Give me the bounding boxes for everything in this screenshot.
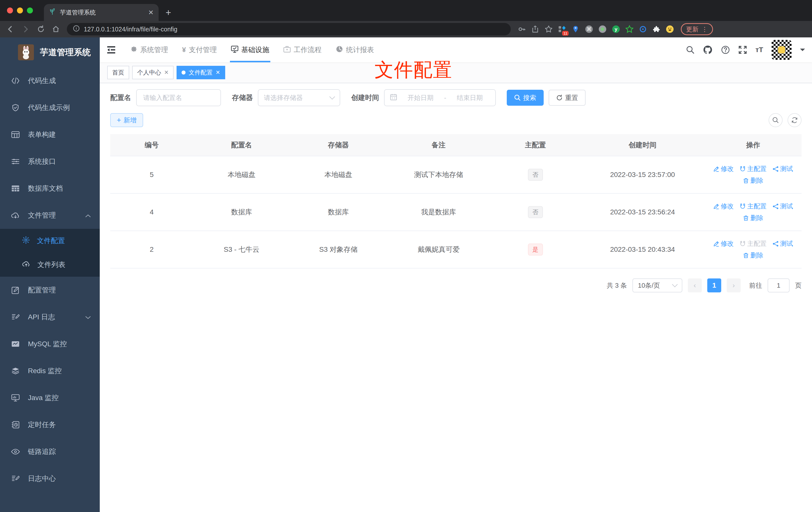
chrome-menu-icon[interactable]: ⋮ — [701, 26, 708, 33]
sidebar-item-mysql-monitor[interactable]: MySQL 监控 — [0, 331, 100, 357]
chrome-update-button[interactable]: 更新 ⋮ — [681, 23, 713, 35]
next-page-button[interactable]: › — [727, 278, 741, 292]
sidebar-item-file-config[interactable]: 文件配置 — [0, 229, 100, 253]
delete-link[interactable]: 删除 — [743, 176, 763, 185]
tag-close-icon[interactable]: ✕ — [215, 69, 220, 76]
ext-grid-diamond-icon[interactable]: 11 — [558, 25, 566, 33]
sidebar-item-java-monitor[interactable]: Java 监控 — [0, 384, 100, 411]
forward-icon[interactable] — [22, 25, 30, 33]
sidebar-item-api-log[interactable]: API 日志 — [0, 304, 100, 331]
test-link[interactable]: 测试 — [773, 239, 793, 248]
password-key-icon[interactable] — [518, 25, 526, 33]
ext-eye-icon[interactable] — [639, 25, 647, 33]
nav-item-pay[interactable]: ¥ 支付管理 — [175, 37, 224, 62]
bookmark-star-icon[interactable] — [545, 25, 553, 33]
user-avatar[interactable] — [772, 40, 791, 60]
site-info-icon[interactable] — [73, 25, 80, 34]
header-search-icon[interactable] — [686, 46, 695, 54]
sidebar-item-tracing[interactable]: 链路追踪 — [0, 438, 100, 465]
delete-link[interactable]: 删除 — [743, 214, 763, 222]
ext-star-green-icon[interactable] — [626, 25, 633, 33]
window-controls[interactable] — [7, 7, 33, 13]
test-link[interactable]: 测试 — [773, 164, 793, 173]
tag-home[interactable]: 首页 — [107, 66, 129, 79]
sidebar-item-file-list[interactable]: 文件列表 — [0, 253, 100, 277]
add-button[interactable]: + 新增 — [110, 113, 143, 127]
ext-badge: 11 — [562, 31, 569, 36]
edit-link[interactable]: 修改 — [713, 239, 734, 248]
nav-item-workflow[interactable]: 工作流程 — [276, 37, 329, 62]
col-master: 主配置 — [491, 134, 580, 156]
sidebar-item-label: 文件配置 — [37, 236, 65, 245]
create-time-label: 创建时间 — [351, 93, 379, 102]
sidebar-item-file-manage[interactable]: 文件管理 — [0, 202, 100, 229]
goto-page-input[interactable] — [767, 278, 789, 292]
sidebar-item-code-gen[interactable]: 代码生成 — [0, 67, 100, 94]
help-icon[interactable] — [721, 46, 730, 54]
test-link[interactable]: 测试 — [773, 202, 793, 211]
sidebar-item-cron-job[interactable]: 定时任务 — [0, 411, 100, 438]
sidebar-item-db-doc[interactable]: 数据库文档 — [0, 175, 100, 202]
config-name-input[interactable] — [142, 93, 215, 102]
font-size-icon[interactable]: ᴛT — [755, 46, 763, 54]
new-tab-button[interactable]: + — [166, 7, 171, 18]
tags-view-bar: 首页 个人中心 ✕ 文件配置 ✕ — [100, 62, 812, 83]
tag-profile[interactable]: 个人中心 ✕ — [132, 66, 174, 79]
sidebar-item-config-manage[interactable]: 配置管理 — [0, 277, 100, 304]
url-bar[interactable]: 127.0.0.1:1024/infra/file/file-config — [67, 23, 511, 35]
user-menu-caret-icon[interactable] — [800, 49, 805, 54]
sidebar-item-label: 数据库文档 — [28, 184, 63, 193]
home-icon[interactable] — [52, 25, 60, 33]
page-size-select[interactable]: 10条/页 — [633, 278, 682, 292]
end-date-placeholder[interactable]: 结束日期 — [450, 93, 490, 102]
github-icon[interactable] — [703, 45, 713, 55]
master-config-link[interactable]: 主配置 — [740, 202, 766, 211]
fullscreen-icon[interactable] — [738, 46, 747, 54]
minimize-window-button[interactable] — [17, 7, 23, 13]
tag-close-icon[interactable]: ✕ — [164, 69, 169, 76]
ext-pin-icon[interactable] — [572, 25, 580, 33]
refresh-table-button[interactable] — [788, 113, 802, 127]
page-number-1[interactable]: 1 — [707, 278, 721, 292]
master-config-link[interactable]: 主配置 — [740, 164, 766, 173]
date-range-picker[interactable]: 开始日期 - 结束日期 — [384, 89, 496, 106]
sidebar-logo-row[interactable]: 芋道管理系统 — [0, 37, 100, 67]
sidebar-item-log-center[interactable]: 日志中心 — [0, 465, 100, 492]
url-text[interactable]: 127.0.0.1:1024/infra/file/file-config — [84, 26, 177, 33]
ext-y-icon[interactable]: y — [612, 25, 620, 33]
back-icon[interactable] — [6, 25, 14, 33]
tab-close-icon[interactable]: ✕ — [148, 9, 154, 17]
delete-link[interactable]: 删除 — [743, 251, 763, 260]
nav-item-report[interactable]: 统计报表 — [329, 37, 381, 62]
pagination-total: 共 3 条 — [607, 281, 627, 290]
reload-icon[interactable] — [37, 25, 45, 33]
ext-smiley-icon[interactable] — [666, 25, 674, 33]
close-window-button[interactable] — [7, 7, 13, 13]
range-separator: - — [444, 94, 446, 102]
nav-item-infra[interactable]: 基础设施 — [224, 37, 276, 62]
ext-puzzle-icon[interactable] — [652, 25, 660, 33]
ext-command-icon[interactable]: ⌘ — [585, 25, 593, 33]
edit-link[interactable]: 修改 — [713, 164, 734, 173]
search-button[interactable]: 搜索 — [507, 90, 544, 106]
share-icon[interactable] — [531, 25, 539, 33]
show-search-toggle-button[interactable] — [768, 113, 783, 127]
sidebar-item-redis-monitor[interactable]: Redis 监控 — [0, 357, 100, 384]
sidebar-item-code-demo[interactable]: 代码生成示例 — [0, 94, 100, 121]
ext-camera-icon[interactable] — [599, 25, 607, 33]
storage-select[interactable]: 请选择存储器 — [258, 89, 340, 106]
sidebar-collapse-icon[interactable] — [100, 46, 123, 54]
reset-button[interactable]: 重置 — [549, 90, 585, 106]
start-date-placeholder[interactable]: 开始日期 — [401, 93, 441, 102]
zoom-window-button[interactable] — [27, 7, 33, 13]
sidebar-item-form-builder[interactable]: 表单构建 — [0, 121, 100, 148]
prev-page-button[interactable]: ‹ — [688, 278, 702, 292]
chart-line-icon — [11, 341, 20, 347]
sidebar-item-label: Java 监控 — [28, 393, 59, 402]
sidebar-item-label: 链路追踪 — [28, 447, 56, 456]
edit-link[interactable]: 修改 — [713, 202, 734, 211]
tag-file-config[interactable]: 文件配置 ✕ — [177, 66, 225, 79]
browser-tab[interactable]: 芋道管理系统 ✕ — [44, 4, 158, 21]
nav-item-system[interactable]: 系统管理 — [123, 37, 175, 62]
sidebar-item-system-api[interactable]: 系统接口 — [0, 148, 100, 175]
